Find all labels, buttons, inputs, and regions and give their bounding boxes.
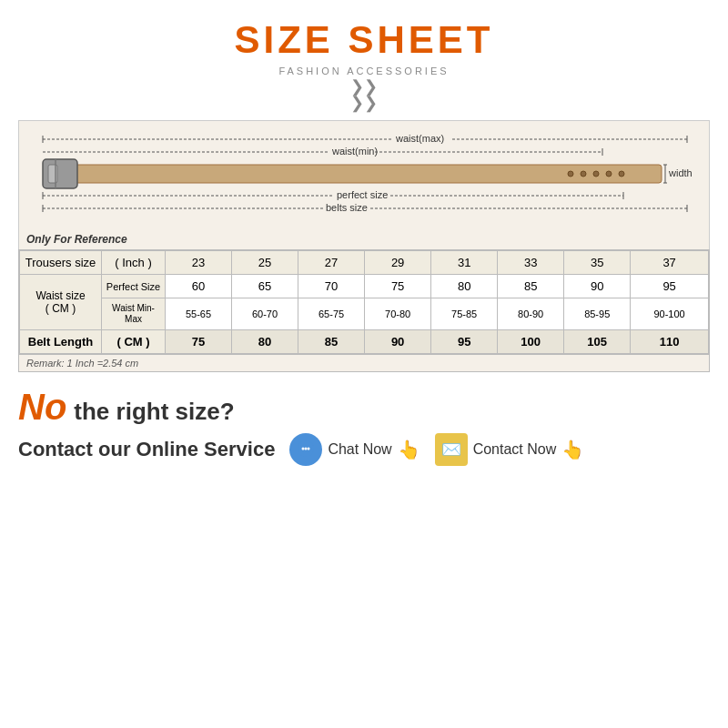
page-title: SIZE SHEET <box>234 18 493 62</box>
svg-point-17 <box>619 171 624 177</box>
size-35: 35 <box>564 251 631 275</box>
waist-size-label: Waist size ( CM ) <box>20 275 102 330</box>
page-subtitle: FASHION ACCESSORIES <box>278 66 449 76</box>
svg-point-34 <box>305 448 308 450</box>
svg-text:perfect size: perfect size <box>337 189 388 200</box>
trousers-size-label: Trousers size <box>20 251 102 275</box>
wr-31: 75-85 <box>431 298 498 330</box>
belt-diagram: waist(max) waist(min) w <box>18 120 710 231</box>
belt-length-label: Belt Length <box>20 330 102 354</box>
chevrons-decoration: ❯❯❯❯ <box>350 78 378 111</box>
hand-icon-chat: 👆 <box>398 439 420 460</box>
bl-25: 80 <box>232 330 298 354</box>
size-table: Trousers size ( Inch ) 23 25 27 29 31 33… <box>19 250 709 354</box>
wr-25: 60-70 <box>232 298 298 330</box>
wr-27: 65-75 <box>298 298 365 330</box>
belt-svg: waist(max) waist(min) w <box>34 128 696 224</box>
svg-point-16 <box>606 171 612 177</box>
size-33: 33 <box>498 251 564 275</box>
contact-label: Contact our Online Service <box>18 438 275 461</box>
ps-23: 60 <box>166 275 232 298</box>
mail-icon: ✉️ <box>435 433 468 466</box>
ps-35: 90 <box>564 275 631 298</box>
svg-point-13 <box>568 171 573 177</box>
size-23: 23 <box>166 251 232 275</box>
svg-text:waist(min): waist(min) <box>331 146 378 157</box>
bl-27: 85 <box>298 330 365 354</box>
size-25: 25 <box>232 251 298 275</box>
remark-text: Remark: 1 Inch =2.54 cm <box>18 355 710 372</box>
ps-29: 75 <box>365 275 431 298</box>
bl-35: 105 <box>564 330 631 354</box>
contact-line: Contact our Online Service Chat Now 👆 ✉️… <box>18 433 710 466</box>
svg-text:width: width <box>668 167 693 178</box>
chat-now-button[interactable]: Chat Now 👆 <box>289 433 420 466</box>
contact-now-button[interactable]: ✉️ Contact Now 👆 <box>435 433 585 466</box>
perfect-size-sublabel: Perfect Size <box>102 275 166 298</box>
no-text: No <box>18 387 66 428</box>
svg-text:belts size: belts size <box>326 202 368 213</box>
size-31: 31 <box>431 251 498 275</box>
bl-37: 110 <box>631 330 709 354</box>
no-size-line: No the right size? <box>18 387 710 428</box>
right-size-text: the right size? <box>74 398 234 426</box>
size-table-wrapper: Trousers size ( Inch ) 23 25 27 29 31 33… <box>18 249 710 355</box>
size-37: 37 <box>631 251 709 275</box>
inch-label: ( Inch ) <box>102 251 166 275</box>
wr-33: 80-90 <box>498 298 564 330</box>
wr-29: 70-80 <box>365 298 431 330</box>
svg-point-33 <box>302 448 305 450</box>
ps-33: 85 <box>498 275 564 298</box>
svg-point-14 <box>581 171 586 177</box>
size-29: 29 <box>365 251 431 275</box>
bl-31: 95 <box>431 330 498 354</box>
bl-33: 100 <box>498 330 564 354</box>
chat-now-label: Chat Now <box>328 441 391 458</box>
belt-cm-label: ( CM ) <box>102 330 166 354</box>
svg-point-35 <box>308 448 310 450</box>
reference-note: Only For Reference <box>18 231 710 249</box>
wr-35: 85-95 <box>564 298 631 330</box>
ps-25: 65 <box>232 275 298 298</box>
wr-37: 90-100 <box>631 298 709 330</box>
hand-icon-contact: 👆 <box>561 439 584 460</box>
waist-minmax-sublabel: Waist Min-Max <box>102 298 166 330</box>
contact-now-label: Contact Now <box>473 441 557 458</box>
bl-23: 75 <box>166 330 232 354</box>
bottom-section: No the right size? Contact our Online Se… <box>18 387 710 466</box>
wr-23: 55-65 <box>166 298 232 330</box>
ps-27: 70 <box>298 275 365 298</box>
chat-icon <box>289 433 322 466</box>
svg-point-15 <box>593 171 599 177</box>
svg-text:waist(max): waist(max) <box>395 133 444 144</box>
bl-29: 90 <box>365 330 431 354</box>
size-27: 27 <box>298 251 365 275</box>
ps-37: 95 <box>631 275 709 298</box>
ps-31: 80 <box>431 275 498 298</box>
